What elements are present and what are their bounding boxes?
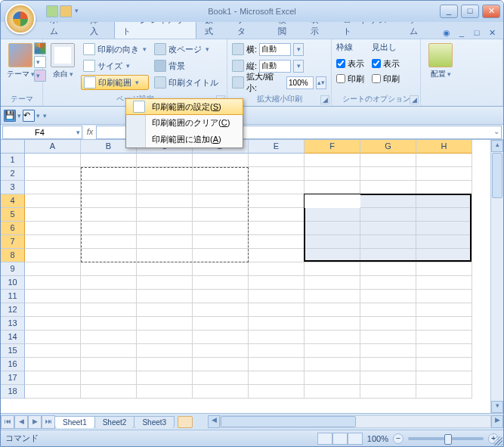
new-sheet-button[interactable] [178, 416, 193, 428]
scale-spinner[interactable]: 拡大/縮小:▴▾ [232, 75, 326, 90]
cell[interactable] [81, 371, 137, 385]
help-icon[interactable]: ◉ [441, 28, 452, 39]
qat-save-drop[interactable]: ▾ [17, 112, 21, 120]
row-header[interactable]: 7 [1, 235, 25, 249]
scale-input[interactable] [286, 76, 314, 89]
cell[interactable] [249, 222, 305, 235]
row-header[interactable]: 10 [1, 276, 25, 290]
print-titles-button[interactable]: 印刷タイトル [152, 75, 221, 90]
row-header[interactable]: 3 [1, 181, 25, 194]
cell[interactable] [416, 303, 472, 317]
cell[interactable] [305, 262, 360, 276]
cell[interactable] [305, 154, 360, 167]
cell[interactable] [81, 317, 137, 331]
view-normal-button[interactable] [317, 433, 332, 445]
mdi-minimize-icon[interactable]: _ [456, 28, 467, 39]
cell[interactable] [249, 208, 305, 222]
cell[interactable] [416, 262, 472, 276]
cell[interactable] [193, 331, 249, 344]
cell[interactable] [305, 167, 360, 181]
mdi-close-icon[interactable]: ✕ [487, 28, 497, 39]
zoom-level[interactable]: 100% [367, 434, 388, 443]
sheet-nav-last[interactable]: ⏭ [42, 415, 55, 429]
cell[interactable] [249, 194, 305, 208]
cell[interactable] [25, 222, 81, 235]
cell[interactable] [193, 290, 249, 303]
cell[interactable] [305, 344, 360, 358]
office-button[interactable] [5, 4, 36, 34]
gridlines-print-checkbox[interactable]: 印刷 [336, 72, 364, 85]
row-header[interactable]: 8 [1, 249, 25, 262]
cell[interactable] [360, 317, 416, 331]
name-box[interactable]: F4 [2, 126, 82, 139]
cell[interactable] [193, 344, 249, 358]
width-input[interactable] [259, 43, 291, 56]
sheet-nav-prev[interactable]: ◀ [14, 415, 28, 429]
scroll-down-button[interactable]: ▾ [491, 401, 503, 413]
resize-grip[interactable] [493, 436, 502, 445]
headings-print-checkbox[interactable]: 印刷 [372, 72, 400, 85]
cell[interactable] [249, 371, 305, 385]
cell[interactable] [416, 181, 472, 194]
arrange-button[interactable]: 配置 [425, 42, 456, 81]
cell[interactable] [305, 181, 360, 194]
cell[interactable] [360, 331, 416, 344]
cell[interactable] [137, 276, 193, 290]
cell[interactable] [360, 344, 416, 358]
cell[interactable] [360, 371, 416, 385]
qat-undo-drop[interactable]: ▾ [36, 112, 40, 120]
row-header[interactable]: 15 [1, 344, 25, 358]
cell[interactable] [360, 276, 416, 290]
cell[interactable] [249, 290, 305, 303]
cell[interactable] [25, 290, 81, 303]
cell[interactable] [305, 303, 360, 317]
qat-save-icon[interactable]: 💾 [4, 110, 16, 122]
height-drop-icon[interactable]: ▾ [293, 60, 304, 73]
cell[interactable] [249, 303, 305, 317]
cell[interactable] [249, 181, 305, 194]
cell[interactable] [360, 303, 416, 317]
gridlines-view-checkbox[interactable]: 表示 [336, 57, 364, 70]
cell[interactable] [25, 317, 81, 331]
scroll-left-button[interactable]: ◀ [208, 415, 220, 428]
cell[interactable] [360, 154, 416, 167]
close-button[interactable]: ✕ [482, 5, 500, 18]
cell[interactable] [360, 262, 416, 276]
themes-button[interactable]: テーマ [5, 42, 36, 81]
scroll-up-button[interactable]: ▴ [491, 140, 503, 152]
minimize-button[interactable]: _ [440, 5, 458, 18]
sheet-tab[interactable]: Sheet1 [54, 416, 95, 428]
row-header[interactable]: 12 [1, 303, 25, 317]
cell[interactable] [137, 290, 193, 303]
menu-clear-print-area[interactable]: 印刷範囲のクリア(C) [126, 114, 243, 131]
cell[interactable] [193, 358, 249, 371]
sheet-nav-first[interactable]: ⏮ [1, 415, 14, 429]
cell[interactable] [25, 358, 81, 371]
hscroll-track[interactable] [220, 415, 491, 428]
row-header[interactable]: 9 [1, 262, 25, 276]
cell[interactable] [81, 358, 137, 371]
zoom-slider[interactable] [408, 437, 484, 440]
cell[interactable] [81, 385, 137, 399]
sheetopts-dialog-launcher[interactable]: ◢ [410, 95, 419, 104]
cell[interactable] [416, 290, 472, 303]
zoom-out-button[interactable]: − [393, 433, 404, 444]
cell[interactable] [193, 276, 249, 290]
row-header[interactable]: 13 [1, 317, 25, 331]
cell[interactable] [360, 385, 416, 399]
cell[interactable] [25, 331, 81, 344]
row-header[interactable]: 18 [1, 385, 25, 399]
cell[interactable] [137, 317, 193, 331]
cell[interactable] [137, 303, 193, 317]
cell[interactable] [249, 331, 305, 344]
cell[interactable] [25, 194, 81, 208]
orientation-button[interactable]: 印刷の向き [81, 42, 149, 57]
cell[interactable] [25, 167, 81, 181]
size-button[interactable]: サイズ [81, 58, 149, 73]
cell[interactable] [249, 344, 305, 358]
cell[interactable] [305, 385, 360, 399]
cell[interactable] [137, 371, 193, 385]
scroll-right-button[interactable]: ▶ [491, 415, 503, 428]
qat-item-icon[interactable] [46, 5, 58, 17]
breaks-button[interactable]: 改ページ [152, 42, 221, 57]
